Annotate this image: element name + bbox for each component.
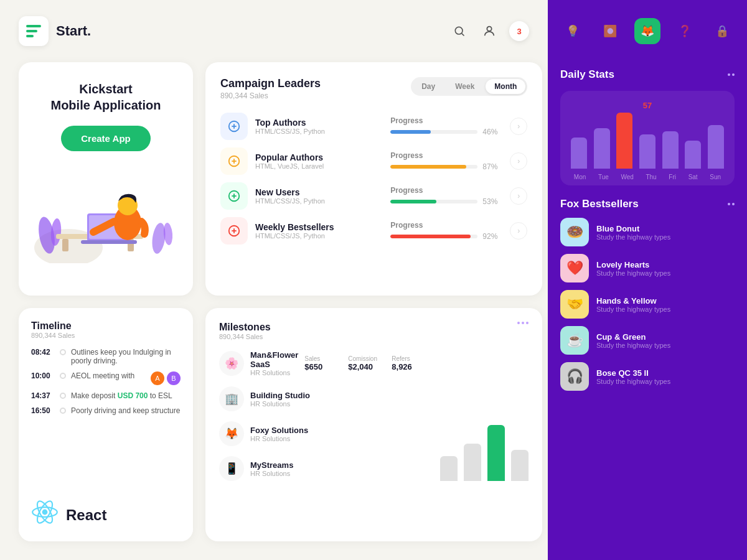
fox-menu[interactable] [728, 203, 735, 205]
right-icon-fox[interactable]: 🦊 [634, 18, 660, 44]
progress-pct: 53% [482, 197, 502, 206]
react-label: React [66, 506, 106, 524]
stats-day-label: Tue [598, 174, 609, 180]
campaign-row-tags: HTML/CSS/JS, Python [255, 232, 383, 240]
fox-item: 🎧 Bose QC 35 II Study the highway types [560, 362, 735, 391]
stats-day-label: Mon [574, 174, 586, 180]
campaign-header: Campaign Leaders 890,344 Sales Day Week … [220, 77, 527, 100]
progress-bar-bg [390, 165, 477, 169]
search-button[interactable] [449, 21, 469, 41]
timeline-subtitle: 890,344 Sales [31, 332, 181, 339]
timeline-title: Timeline [31, 320, 181, 332]
chart-bar [511, 450, 529, 481]
milestone-info: Foxy Solutions HR Solutions [250, 426, 429, 442]
right-icon-question[interactable]: ❓ [672, 18, 698, 44]
fox-item-sub: Study the highway types [596, 269, 735, 277]
campaign-row-info: Top Authors HTML/CSS/JS, Python [255, 118, 383, 135]
campaign-row-icon [220, 113, 248, 140]
stats-day-label: Thu [646, 174, 656, 180]
campaign-row-name: New Users [255, 187, 383, 197]
campaign-row-name: Top Authors [255, 118, 383, 128]
campaign-row-tags: HTML/CSS/JS, Python [255, 197, 383, 205]
right-icon-bulb[interactable]: 💡 [560, 18, 586, 44]
timeline-text: Make deposit USD 700 to ESL [71, 391, 181, 400]
timeline-dot [60, 373, 66, 379]
campaign-progress-section: Progress 53% [390, 186, 502, 206]
progress-bar-bg [390, 235, 477, 238]
milestone-icon: 🦊 [219, 421, 244, 446]
react-icon [31, 498, 59, 531]
chart-bar [487, 425, 505, 481]
campaign-row-icon [220, 147, 248, 175]
milestone-sub: HR Solutions [250, 369, 298, 376]
svg-rect-14 [81, 240, 137, 244]
stats-day-label: Sat [688, 174, 698, 180]
svg-point-3 [455, 27, 463, 34]
milestone-sub: HR Solutions [250, 470, 429, 477]
create-app-button[interactable]: Create App [61, 126, 150, 151]
fox-thumb: 🤝 [560, 290, 589, 319]
timeline-text: Poorly driving and keep structure [71, 406, 181, 415]
milestone-name: MyStreams [250, 460, 429, 470]
stats-bar [685, 141, 701, 169]
milestone-row: 🌸 Man&Flower SaaS HR Solutions Sales $65… [219, 350, 429, 376]
tab-week[interactable]: Week [446, 79, 483, 94]
timeline-highlight: USD 700 [118, 391, 148, 400]
stats-bar [594, 128, 610, 169]
stats-day-label: Wed [621, 174, 633, 180]
daily-stats-menu[interactable] [728, 73, 735, 76]
tab-day[interactable]: Day [413, 79, 444, 94]
milestones-subtitle: 890,344 Sales [219, 333, 271, 340]
timeline-text: AEOL meeting with [71, 371, 143, 380]
campaign-row-chevron[interactable]: › [510, 118, 527, 135]
campaign-row-chevron[interactable]: › [510, 152, 527, 170]
timeline-item: 16:50 Poorly driving and keep structure [31, 406, 181, 415]
campaign-row-chevron[interactable]: › [510, 187, 527, 205]
right-icon-lock[interactable]: 🔒 [709, 18, 735, 44]
notification-badge[interactable]: 3 [509, 21, 529, 41]
stats-chart: 57 MonTueWedThuFriSatSun [560, 91, 735, 185]
milestone-row: 🦊 Foxy Solutions HR Solutions [219, 421, 429, 446]
chart-bar [440, 456, 458, 481]
timeline-time: 08:42 [31, 348, 55, 357]
kickstart-illustration [31, 164, 181, 263]
content-grid: Kickstart Mobile Application Create App [0, 62, 548, 560]
campaign-progress-section: Progress 87% [390, 151, 502, 171]
timeline-card: Timeline 890,344 Sales 08:42 Outlines ke… [19, 308, 193, 541]
campaign-card: Campaign Leaders 890,344 Sales Day Week … [205, 62, 542, 296]
chart-bar [464, 444, 481, 481]
campaign-title-block: Campaign Leaders 890,344 Sales [220, 77, 321, 100]
milestone-name: Man&Flower SaaS [250, 350, 298, 369]
main-area: Start. 3 Kickstart Mobile Application Cr… [0, 0, 548, 560]
milestones-menu[interactable] [517, 322, 529, 324]
progress-bar-fill [390, 235, 471, 238]
milestones-title-block: Milestones 890,344 Sales [219, 322, 271, 340]
campaign-row-chevron[interactable]: › [510, 222, 527, 240]
svg-rect-0 [26, 25, 41, 27]
react-banner: React [19, 488, 193, 541]
progress-bar-wrap: 46% [390, 128, 502, 136]
timeline-time: 10:00 [31, 371, 55, 380]
stats-day-label: Fri [669, 174, 676, 180]
milestones-content: 🌸 Man&Flower SaaS HR Solutions Sales $65… [219, 350, 529, 481]
fox-item: ❤️ Lovely Hearts Study the highway types [560, 254, 735, 282]
progress-pct: 92% [482, 232, 502, 241]
milestones-title: Milestones [219, 322, 271, 333]
fox-thumb: 🎧 [560, 362, 589, 391]
svg-rect-2 [26, 35, 34, 37]
tab-group: Day Week Month [411, 77, 527, 96]
progress-label: Progress [390, 151, 423, 160]
milestone-row: 🏢 Building Studio HR Solutions [219, 386, 429, 411]
progress-label: Progress [390, 186, 423, 195]
fox-item-name: Lovely Hearts [596, 260, 735, 269]
milestone-icon: 📱 [219, 456, 244, 481]
fox-items: 🍩 Blue Donut Study the highway types ❤️ … [560, 218, 735, 391]
milestone-info: Man&Flower SaaS HR Solutions [250, 350, 298, 376]
peak-label: 57 [568, 101, 727, 110]
right-content: Daily Stats 57 MonTueWedThuFriSatSun Fox… [548, 62, 747, 560]
tab-month[interactable]: Month [486, 79, 525, 94]
right-icon-record[interactable]: ⏺️ [597, 18, 623, 44]
fox-item-info: Cup & Green Study the highway types [596, 332, 735, 349]
fox-item-name: Bose QC 35 II [596, 368, 735, 378]
user-icon[interactable] [479, 21, 499, 41]
